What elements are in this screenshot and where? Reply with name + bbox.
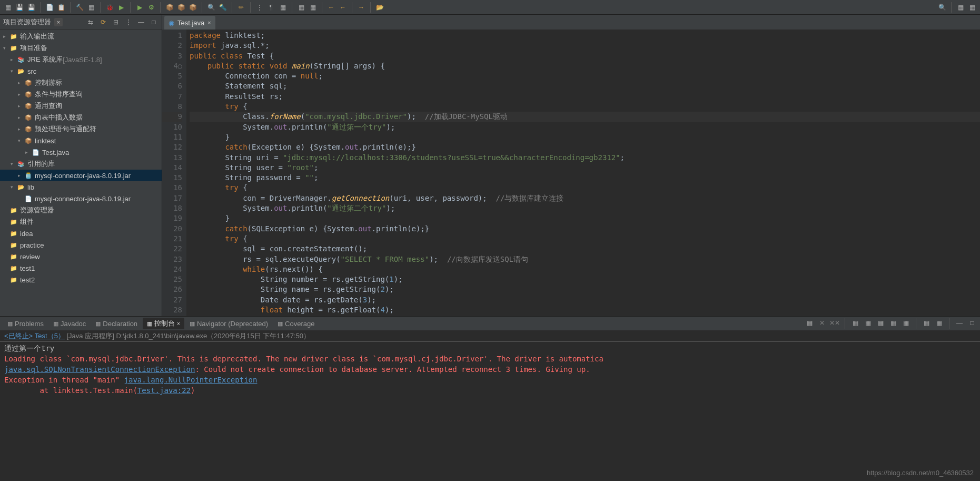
filter-icon[interactable]: ⟳ xyxy=(98,17,108,27)
close-icon[interactable]: × xyxy=(177,321,180,327)
tool-icon[interactable]: 🔦 xyxy=(218,3,227,12)
expand-arrow-icon[interactable]: ▾ xyxy=(3,45,8,51)
tool-icon[interactable]: 📦 xyxy=(165,3,174,12)
expand-arrow-icon[interactable]: ▸ xyxy=(25,150,31,155)
min-icon[interactable]: — xyxy=(136,17,146,27)
tree-item[interactable]: 📁资源管理器 xyxy=(0,204,162,216)
expand-arrow-icon[interactable]: ▸ xyxy=(18,126,23,132)
link-editor-icon[interactable]: ⇆ xyxy=(86,17,95,27)
expand-arrow-icon[interactable]: ▸ xyxy=(18,80,23,85)
tree-item[interactable]: ▾📂src xyxy=(0,65,162,77)
tool-icon[interactable]: 📋 xyxy=(56,3,66,12)
tool-icon[interactable]: ⚙ xyxy=(146,3,156,12)
tree-item[interactable]: 📁idea xyxy=(0,228,162,239)
expand-arrow-icon[interactable] xyxy=(3,266,8,271)
expand-arrow-icon[interactable]: ▾ xyxy=(11,161,16,166)
expand-arrow-icon[interactable]: ▾ xyxy=(11,184,16,190)
menu-icon[interactable]: ⋮ xyxy=(124,17,133,27)
expand-arrow-icon[interactable]: ▸ xyxy=(11,57,16,62)
editor-tab[interactable]: ◉ Test.java × xyxy=(164,16,215,30)
perspective-icon[interactable]: ▦ xyxy=(956,3,965,12)
expand-arrow-icon[interactable]: ▸ xyxy=(18,173,23,178)
expand-arrow-icon[interactable] xyxy=(3,219,8,224)
tool-icon[interactable]: ¶ xyxy=(266,3,276,12)
tool-icon[interactable]: ⋮ xyxy=(255,3,264,12)
expand-arrow-icon[interactable]: ▸ xyxy=(18,92,23,97)
bottom-tab[interactable]: ▦Navigator (Deprecated) xyxy=(185,318,272,329)
expand-arrow-icon[interactable] xyxy=(18,196,23,201)
expand-arrow-icon[interactable]: ▸ xyxy=(3,34,8,39)
expand-arrow-icon[interactable] xyxy=(3,242,8,248)
tree-item[interactable]: ▾📂lib xyxy=(0,181,162,193)
close-icon[interactable]: × xyxy=(54,18,63,26)
tool-icon[interactable]: 📄 xyxy=(45,3,54,12)
remove-icon[interactable]: ✕ xyxy=(817,318,827,328)
tool-icon[interactable]: ▦ xyxy=(850,318,860,328)
tree-item[interactable]: 📁组件 xyxy=(0,216,162,228)
tool-icon[interactable]: ▦ xyxy=(296,3,306,12)
tool-icon[interactable]: 💾 xyxy=(26,3,36,12)
expand-arrow-icon[interactable] xyxy=(3,231,8,236)
tree-item[interactable]: ▸📦预处理语句与通配符 xyxy=(0,123,162,135)
expand-arrow-icon[interactable]: ▾ xyxy=(11,68,16,74)
tool-icon[interactable]: 🔍 xyxy=(206,3,216,12)
tool-icon[interactable]: ▦ xyxy=(3,3,13,12)
tool-icon[interactable]: ▦ xyxy=(863,318,873,328)
tree-item[interactable]: 📁test2 xyxy=(0,274,162,286)
expand-arrow-icon[interactable]: ▸ xyxy=(18,115,23,120)
tree-item[interactable]: 📁review xyxy=(0,251,162,262)
max-icon[interactable]: □ xyxy=(149,17,159,27)
run-ext-icon[interactable]: ▶ xyxy=(135,3,144,12)
search-icon[interactable]: 🔍 xyxy=(937,3,947,12)
tree-item[interactable]: ▸🫙mysql-connector-java-8.0.19.jar xyxy=(0,170,162,181)
console-output[interactable]: 通过第一个tryLoading class `com.mysql.jdbc.Dr… xyxy=(0,342,980,406)
tool-icon[interactable]: 📂 xyxy=(375,3,384,12)
tool-icon[interactable]: ✏ xyxy=(236,3,246,12)
max-icon[interactable]: □ xyxy=(967,318,977,328)
code-body[interactable]: package linktest;import java.sql.*;publi… xyxy=(186,30,980,316)
tree-item[interactable]: 📁test1 xyxy=(0,262,162,274)
tree-item[interactable]: ▾📦linktest xyxy=(0,135,162,146)
tool-icon[interactable]: ▦ xyxy=(922,318,931,328)
tree-item[interactable]: ▸📁输入输出流 xyxy=(0,31,162,42)
tree-item[interactable]: ▸📦通用查询 xyxy=(0,100,162,112)
tool-icon[interactable]: ▦ xyxy=(888,318,898,328)
collapse-icon[interactable]: ⊟ xyxy=(111,17,121,27)
expand-arrow-icon[interactable] xyxy=(3,208,8,213)
tool-icon[interactable]: ▦ xyxy=(876,318,885,328)
tool-icon[interactable]: ▦ xyxy=(901,318,910,328)
tree-item[interactable]: ▸📚JRE 系统库 [JavaSE-1.8] xyxy=(0,54,162,65)
tool-icon[interactable]: ▦ xyxy=(308,3,318,12)
close-icon[interactable]: × xyxy=(207,19,211,26)
tree-item[interactable]: ▸📦控制游标 xyxy=(0,77,162,89)
tree-item[interactable]: ▸📦条件与排序查询 xyxy=(0,89,162,100)
tree-item[interactable]: 📁practice xyxy=(0,239,162,251)
perspective-icon[interactable]: ▦ xyxy=(967,3,977,12)
tool-icon[interactable]: 📦 xyxy=(188,3,197,12)
expand-arrow-icon[interactable] xyxy=(3,277,8,282)
back-icon[interactable]: ← xyxy=(326,3,336,12)
run-icon[interactable]: ▶ xyxy=(116,3,126,12)
bottom-tab[interactable]: ▦Javadoc xyxy=(49,318,90,329)
remove-all-icon[interactable]: ✕✕ xyxy=(830,318,839,328)
tool-icon[interactable]: ▦ xyxy=(86,3,96,12)
min-icon[interactable]: — xyxy=(955,318,964,328)
debug-icon[interactable]: 🐞 xyxy=(105,3,114,12)
terminated-link[interactable]: <已终止> Test（5） xyxy=(4,332,65,340)
tree-item[interactable]: 📄mysql-connector-java-8.0.19.jar xyxy=(0,193,162,204)
expand-arrow-icon[interactable]: ▸ xyxy=(18,103,23,109)
tree-item[interactable]: ▾📁项目准备 xyxy=(0,42,162,54)
bottom-tab[interactable]: ▦Problems xyxy=(3,318,48,329)
tree-item[interactable]: ▸📦向表中插入数据 xyxy=(0,112,162,123)
tool-icon[interactable]: ▦ xyxy=(805,318,814,328)
tool-icon[interactable]: ▦ xyxy=(934,318,944,328)
expand-arrow-icon[interactable]: ▾ xyxy=(18,138,23,143)
expand-arrow-icon[interactable] xyxy=(3,254,8,259)
tool-icon[interactable]: 💾 xyxy=(15,3,24,12)
tree-item[interactable]: ▾📚引用的库 xyxy=(0,158,162,170)
next-icon[interactable]: → xyxy=(357,3,366,12)
tool-icon[interactable]: 📦 xyxy=(176,3,186,12)
tool-icon[interactable]: ▦ xyxy=(278,3,288,12)
tool-icon[interactable]: 🔨 xyxy=(75,3,84,12)
bottom-tab[interactable]: ▦控制台 × xyxy=(143,318,184,329)
